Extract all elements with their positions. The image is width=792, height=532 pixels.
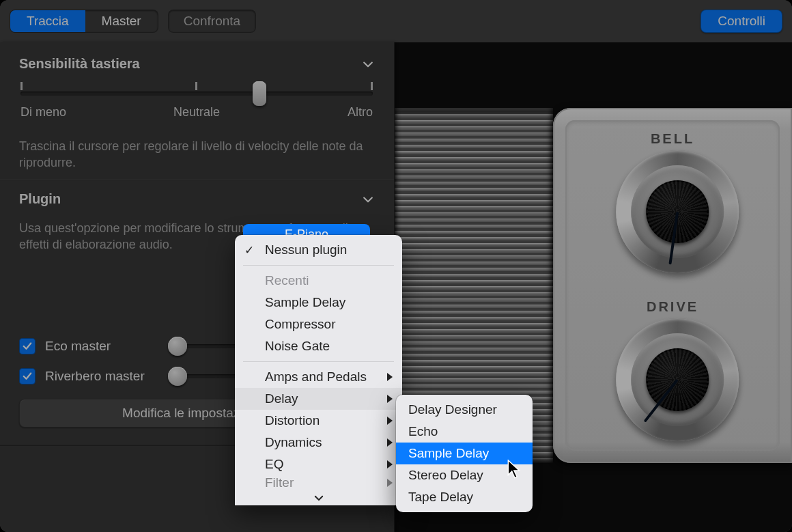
slider-riverbero-master-knob[interactable] [168,367,187,386]
menu-item-category-dynamics[interactable]: Dynamics [235,432,402,453]
section-velocity-title: Sensibilità tastiera [19,56,140,72]
menu-item-category-amps-and-pedals[interactable]: Amps and Pedals [235,366,402,388]
plugin-submenu-delay[interactable]: Delay Designer Echo Sample Delay Stereo … [396,395,533,512]
velocity-label-max: Altro [348,105,373,120]
app-window: Traccia Master Confronta Controlli Sensi… [0,0,792,532]
slider-eco-master-knob[interactable] [168,337,187,356]
velocity-hint: Trascina il cursore per regolare il live… [19,138,376,171]
btn-controlli[interactable]: Controlli [701,10,782,33]
plugin-context-menu[interactable]: ✓ Nessun plugin Recenti Sample Delay Com… [235,235,402,505]
label-eco-master: Eco master [45,339,111,354]
menu-item-recent-2[interactable]: Noise Gate [235,335,402,357]
submenu-item-echo[interactable]: Echo [396,421,533,443]
tab-master[interactable]: Master [85,10,158,32]
menu-item-recent-1[interactable]: Compressor [235,313,402,335]
section-plugin-title: Plugin [19,191,61,207]
submenu-item-delay-designer[interactable]: Delay Designer [396,399,533,421]
view-segmented-control: Traccia Master [10,10,158,33]
knob-drive[interactable] [616,318,739,441]
menu-item-no-plugin[interactable]: ✓ Nessun plugin [235,239,402,261]
menu-item-recent-0[interactable]: Sample Delay [235,292,402,313]
divider [0,179,394,180]
section-plugin-header[interactable]: Plugin [19,191,376,207]
velocity-slider-knob[interactable] [253,81,266,106]
velocity-label-mid: Neutrale [173,105,220,120]
submenu-item-tape-delay[interactable]: Tape Delay [396,486,533,508]
velocity-slider[interactable]: Di meno Neutrale Altro [20,82,373,123]
checkmark-icon: ✓ [244,243,254,257]
tab-traccia[interactable]: Traccia [10,10,85,32]
menu-separator [243,265,394,266]
menu-header-recent: Recenti [235,270,402,292]
mouse-cursor-icon [507,460,522,480]
menu-item-category-distortion[interactable]: Distortion [235,410,402,432]
velocity-slider-labels: Di meno Neutrale Altro [20,105,373,123]
section-velocity-header[interactable]: Sensibilità tastiera [19,56,376,72]
menu-item-category-delay[interactable]: Delay [235,388,402,410]
knob-bell[interactable] [616,150,739,273]
menu-item-category-filter[interactable]: Filter [235,475,402,490]
velocity-label-min: Di meno [20,105,66,120]
label-riverbero-master: Riverbero master [45,369,145,384]
checkbox-riverbero-master[interactable] [19,368,36,384]
chevron-down-icon [360,57,376,72]
menu-item-category-eq[interactable]: EQ [235,453,402,475]
instrument-panel: BELL DRIVE [553,108,792,463]
knob-drive-label: DRIVE [553,299,792,315]
header-bar: Traccia Master Confronta Controlli [0,0,792,42]
menu-separator [243,361,394,362]
btn-confronta[interactable]: Confronta [168,10,256,33]
menu-scroll-down-icon[interactable] [235,490,402,505]
checkbox-eco-master[interactable] [19,338,36,354]
velocity-slider-track [20,92,373,96]
knob-bell-label: BELL [553,131,792,147]
chevron-down-icon [360,192,376,207]
